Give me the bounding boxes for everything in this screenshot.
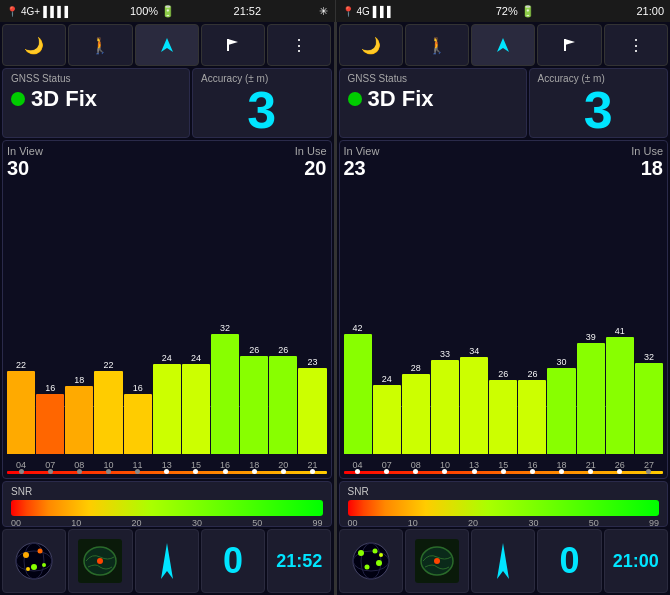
compass-btn-right[interactable] <box>471 529 535 593</box>
gnss-label-left: GNSS Status <box>11 73 181 84</box>
bottom-bar-right: 0 21:00 <box>339 529 669 593</box>
bar-value-04: 22 <box>16 360 26 370</box>
in-use-count-right: 18 <box>631 157 663 180</box>
menu-btn-left[interactable]: ⋮ <box>267 24 331 66</box>
compass-arrow-right <box>488 541 518 581</box>
bar-rect-07 <box>373 385 401 454</box>
flag-btn-left[interactable] <box>201 24 265 66</box>
bar-rect-07 <box>36 394 64 454</box>
network-right: 4G <box>357 6 370 17</box>
bar-group-11: 1611 <box>124 383 152 454</box>
time-left: 21:52 <box>234 5 262 17</box>
chart-header-right: In View 23 In Use 18 <box>344 145 664 180</box>
bar-group-04: 4204 <box>344 323 372 454</box>
status-bar: 📍 4G+ ▌▌▌▌ 100% 🔋 21:52 ✳ 📍 4G ▌▌▌ 72% 🔋… <box>0 0 670 22</box>
nav-btn-left[interactable] <box>135 24 199 66</box>
world-map-btn-right[interactable] <box>405 529 469 593</box>
bar-value-16: 32 <box>220 323 230 333</box>
arrow-up-icon-right <box>494 36 512 54</box>
in-use-count-left: 20 <box>295 157 327 180</box>
bar-group-13: 3413 <box>460 346 488 454</box>
world-map-icon-left <box>78 539 122 583</box>
bar-label-07: 07 <box>45 460 55 470</box>
bar-label-10: 10 <box>103 460 113 470</box>
time-right: 21:00 <box>636 5 664 17</box>
in-use-label-right: In Use <box>631 145 663 157</box>
bar-value-07: 16 <box>45 383 55 393</box>
bar-value-04: 42 <box>353 323 363 333</box>
svg-point-25 <box>379 553 383 557</box>
bar-label-16: 16 <box>220 460 230 470</box>
svg-marker-2 <box>228 39 238 45</box>
bar-rect-16 <box>518 380 546 454</box>
snr-ticks-left: 00 10 20 30 50 99 <box>11 518 323 528</box>
bar-label-04: 04 <box>353 460 363 470</box>
bar-label-21: 21 <box>307 460 317 470</box>
bar-value-20: 26 <box>278 345 288 355</box>
bar-value-07: 24 <box>382 374 392 384</box>
bar-label-04: 04 <box>16 460 26 470</box>
location-icon: 📍 <box>6 6 18 17</box>
bar-rect-18 <box>240 356 268 454</box>
bar-label-21: 21 <box>586 460 596 470</box>
person-btn-right[interactable]: 🚶 <box>405 24 469 66</box>
svg-point-8 <box>31 564 37 570</box>
fix-text-left: 3D Fix <box>31 86 97 112</box>
zero-value-right: 0 <box>560 540 580 582</box>
bar-value-10: 33 <box>440 349 450 359</box>
sat-globe-btn-left[interactable] <box>2 529 66 593</box>
in-view-count-right: 23 <box>344 157 380 180</box>
bar-group-07: 1607 <box>36 383 64 454</box>
svg-marker-14 <box>161 543 173 579</box>
bar-value-10: 22 <box>103 360 113 370</box>
asterisk-left: ✳ <box>319 5 328 18</box>
bar-group-08: 1808 <box>65 375 93 454</box>
bar-value-26: 41 <box>615 326 625 336</box>
gnss-label-right: GNSS Status <box>348 73 518 84</box>
bar-rect-13 <box>460 357 488 454</box>
in-view-count-left: 30 <box>7 157 43 180</box>
menu-btn-right[interactable]: ⋮ <box>604 24 668 66</box>
snr-label-left: SNR <box>11 486 323 497</box>
bar-rect-16 <box>211 334 239 454</box>
bar-rect-08 <box>402 374 430 454</box>
bar-rect-04 <box>344 334 372 454</box>
time-display-right: 21:00 <box>613 551 659 572</box>
person-btn-left[interactable]: 🚶 <box>68 24 132 66</box>
flag-icon-left <box>225 37 241 53</box>
gnss-fix-right: 3D Fix <box>348 86 518 112</box>
nav-btn-right[interactable] <box>471 24 535 66</box>
world-map-btn-left[interactable] <box>68 529 132 593</box>
moon-btn-left[interactable]: 🌙 <box>2 24 66 66</box>
bar-value-08: 28 <box>411 363 421 373</box>
bar-group-15: 2415 <box>182 353 210 454</box>
sat-globe-btn-right[interactable] <box>339 529 403 593</box>
accuracy-value-right: 3 <box>538 84 659 136</box>
chart-header-left: In View 30 In Use 20 <box>7 145 327 180</box>
bar-label-18: 18 <box>557 460 567 470</box>
moon-btn-right[interactable]: 🌙 <box>339 24 403 66</box>
zero-btn-right[interactable]: 0 <box>537 529 601 593</box>
compass-btn-left[interactable] <box>135 529 199 593</box>
bar-group-21: 2321 <box>298 357 326 454</box>
time-btn-left[interactable]: 21:52 <box>267 529 331 593</box>
status-row-left: GNSS Status 3D Fix Accuracy (± m) 3 <box>2 68 332 138</box>
chart-body-right: 4204240728083310341326152616301839214126… <box>344 182 664 472</box>
accuracy-value-left: 3 <box>201 84 322 136</box>
flag-btn-right[interactable] <box>537 24 601 66</box>
snr-ticks-right: 00 10 20 30 50 99 <box>348 518 660 528</box>
svg-point-22 <box>372 549 377 554</box>
status-row-right: GNSS Status 3D Fix Accuracy (± m) 3 <box>339 68 669 138</box>
bar-rect-21 <box>577 343 605 454</box>
zero-btn-left[interactable]: 0 <box>201 529 265 593</box>
time-btn-right[interactable]: 21:00 <box>604 529 668 593</box>
bar-rect-04 <box>7 371 35 454</box>
bar-value-15: 24 <box>191 353 201 363</box>
svg-marker-0 <box>161 38 173 52</box>
in-view-label-left: In View <box>7 145 43 157</box>
status-bar-left: 📍 4G+ ▌▌▌▌ 100% 🔋 21:52 ✳ <box>0 0 336 22</box>
bar-label-15: 15 <box>191 460 201 470</box>
svg-point-7 <box>38 549 43 554</box>
bar-group-18: 3018 <box>547 357 575 454</box>
sat-globe-icon-right <box>349 539 393 583</box>
